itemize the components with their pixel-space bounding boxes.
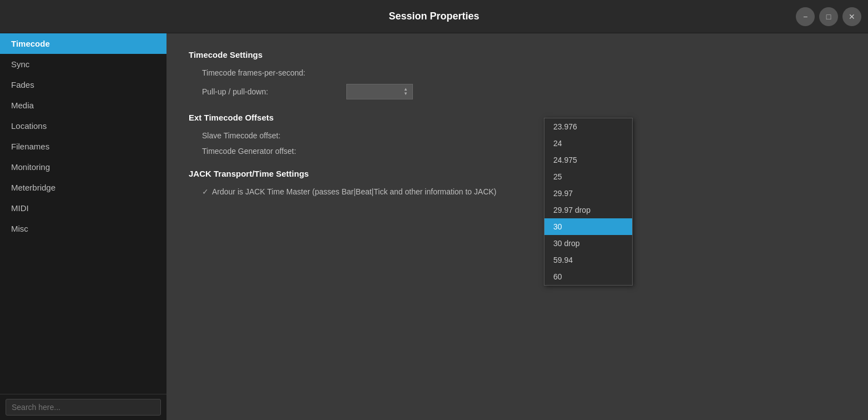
dropdown-item-24[interactable]: 24 — [544, 135, 632, 152]
sidebar-item-media[interactable]: Media — [0, 95, 166, 116]
timecode-section: Timecode Settings Timecode frames-per-se… — [189, 50, 846, 99]
jack-checkbox-label: Ardour is JACK Time Master (passes Bar|B… — [212, 187, 497, 196]
sidebar: Timecode Sync Fades Media Locations File… — [0, 33, 166, 420]
pullup-label: Pull-up / pull-down: — [202, 87, 346, 96]
sidebar-item-sync[interactable]: Sync — [0, 54, 166, 74]
sidebar-item-misc[interactable]: Misc — [0, 218, 166, 239]
dropdown-item-60[interactable]: 60 — [544, 268, 632, 285]
pullup-spinbox[interactable]: ▲ ▼ — [346, 84, 413, 99]
titlebar: Session Properties − □ ✕ — [0, 0, 868, 33]
pullup-control: ▲ ▼ — [346, 84, 413, 99]
content-area: Timecode Settings Timecode frames-per-se… — [166, 33, 868, 420]
jack-section-title: JACK Transport/Time Settings — [189, 169, 846, 178]
dropdown-item-2997[interactable]: 29.97 — [544, 185, 632, 202]
slave-offset-row: Slave Timecode offset: — [202, 131, 846, 140]
close-button[interactable]: ✕ — [842, 7, 861, 26]
main-layout: Timecode Sync Fades Media Locations File… — [0, 33, 868, 420]
slave-offset-label: Slave Timecode offset: — [202, 131, 346, 140]
dropdown-item-23976[interactable]: 23.976 — [544, 118, 632, 135]
fps-dropdown: 23.976 24 24.975 25 29.97 29.97 drop 30 … — [544, 118, 633, 286]
maximize-button[interactable]: □ — [819, 7, 838, 26]
fps-row: Timecode frames-per-second: — [202, 68, 846, 77]
generator-offset-row: Timecode Generator offset: — [202, 147, 846, 156]
dropdown-item-25[interactable]: 25 — [544, 168, 632, 185]
timecode-section-title: Timecode Settings — [189, 50, 846, 59]
sidebar-item-fades[interactable]: Fades — [0, 74, 166, 95]
dropdown-item-5994[interactable]: 59.94 — [544, 252, 632, 268]
dropdown-item-24975[interactable]: 24.975 — [544, 152, 632, 168]
checkmark-icon: ✓ — [202, 187, 209, 196]
search-input[interactable] — [6, 399, 161, 416]
arrow-down-icon: ▼ — [403, 92, 408, 96]
sidebar-nav: Timecode Sync Fades Media Locations File… — [0, 33, 166, 394]
generator-offset-label: Timecode Generator offset: — [202, 147, 346, 156]
ext-timecode-title: Ext Timecode Offsets — [189, 113, 846, 122]
sidebar-item-filenames[interactable]: Filenames — [0, 136, 166, 157]
sidebar-search-container — [0, 394, 166, 420]
ext-timecode-section: Ext Timecode Offsets Slave Timecode offs… — [189, 113, 846, 156]
jack-checkbox-row: ✓ Ardour is JACK Time Master (passes Bar… — [202, 187, 846, 196]
dropdown-item-30drop[interactable]: 30 drop — [544, 235, 632, 252]
sidebar-item-locations[interactable]: Locations — [0, 116, 166, 136]
fps-label: Timecode frames-per-second: — [202, 68, 346, 77]
minimize-button[interactable]: − — [796, 7, 815, 26]
dropdown-item-2997drop[interactable]: 29.97 drop — [544, 202, 632, 218]
jack-section: JACK Transport/Time Settings ✓ Ardour is… — [189, 169, 846, 196]
window-title: Session Properties — [388, 11, 479, 22]
pullup-row: Pull-up / pull-down: ▲ ▼ — [202, 84, 846, 99]
window-controls: − □ ✕ — [796, 7, 861, 26]
dropdown-item-30[interactable]: 30 — [544, 218, 632, 235]
sidebar-item-midi[interactable]: MIDI — [0, 198, 166, 218]
sidebar-item-timecode[interactable]: Timecode — [0, 33, 166, 54]
sidebar-item-monitoring[interactable]: Monitoring — [0, 157, 166, 177]
sidebar-item-meterbridge[interactable]: Meterbridge — [0, 177, 166, 198]
